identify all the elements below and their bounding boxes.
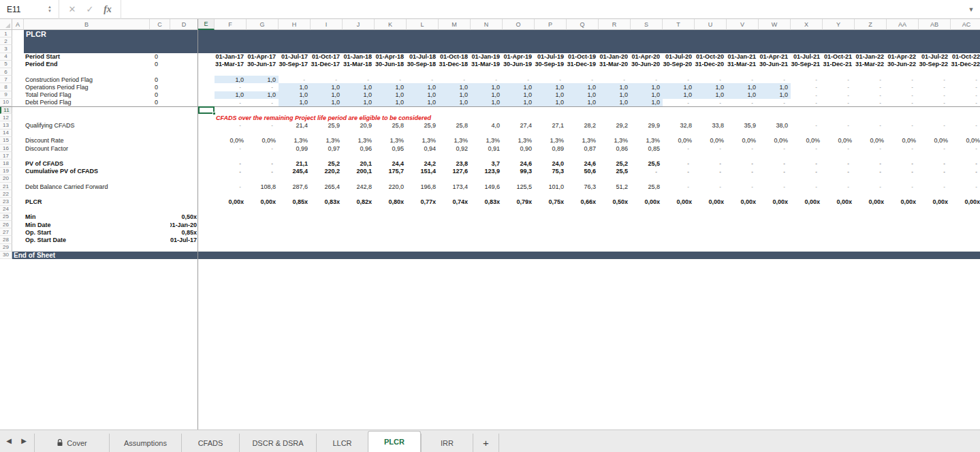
column-header-O[interactable]: O xyxy=(503,19,535,30)
grid-cell[interactable] xyxy=(170,137,198,145)
row-header-2[interactable]: 2 xyxy=(0,37,12,45)
grid-cell[interactable]: 25,8 xyxy=(439,121,471,129)
grid-cell[interactable]: 31-Dec-20 xyxy=(695,61,727,68)
grid-cell[interactable]: - xyxy=(823,145,855,152)
grid-cell[interactable]: 24,6 xyxy=(567,160,599,167)
grid-cell[interactable]: 31-Mar-21 xyxy=(727,61,759,68)
grid-cell[interactable] xyxy=(150,198,170,205)
grid-cell[interactable] xyxy=(150,213,170,221)
grid-cell[interactable] xyxy=(170,76,198,83)
grid-cell[interactable]: - xyxy=(695,160,727,167)
grid-cell[interactable]: 31-Mar-19 xyxy=(471,61,503,68)
grid-cell[interactable]: 38,0 xyxy=(759,121,791,129)
grid-cell[interactable]: 35,9 xyxy=(727,121,759,129)
grid-cell[interactable]: 01-Jan-20 xyxy=(170,221,198,228)
row-label[interactable] xyxy=(24,244,150,252)
grid-cell[interactable]: 31-Dec-17 xyxy=(311,61,343,68)
row-label[interactable]: PV of CFADS xyxy=(24,160,150,167)
grid-cell[interactable] xyxy=(198,183,215,190)
grid-cell[interactable]: 1,0 xyxy=(215,91,247,99)
grid-cell[interactable]: 0,85x xyxy=(279,198,311,205)
grid-cell[interactable] xyxy=(150,168,170,175)
grid-cell[interactable]: 220,0 xyxy=(375,183,407,190)
grid-cell[interactable]: 30-Jun-20 xyxy=(631,61,663,68)
grid-cell[interactable]: 0 xyxy=(150,53,170,61)
grid-cell[interactable]: 99,3 xyxy=(503,168,535,175)
grid-cell[interactable]: - xyxy=(247,160,279,167)
column-header-AB[interactable]: AB xyxy=(919,19,951,30)
grid-cell[interactable]: - xyxy=(215,160,247,167)
grid-cell[interactable]: - xyxy=(247,99,279,106)
function-icon[interactable]: fx xyxy=(99,1,116,18)
tab-dscr-dsra[interactable]: DSCR & DSRA xyxy=(239,434,316,452)
grid-cell[interactable]: - xyxy=(887,183,919,190)
grid-cell[interactable] xyxy=(198,244,215,252)
row-label[interactable]: Period End xyxy=(24,61,150,68)
row-label[interactable]: Period Start xyxy=(24,53,150,61)
grid-cell[interactable]: 1,3% xyxy=(311,137,343,145)
grid-cell[interactable] xyxy=(150,145,170,152)
row-label[interactable]: Min xyxy=(24,213,150,221)
grid-cell[interactable]: - xyxy=(855,183,887,190)
grid-cell[interactable] xyxy=(12,114,215,121)
grid-cell[interactable]: 1,0 xyxy=(503,91,535,99)
grid-cell[interactable]: 0,00x xyxy=(823,198,855,205)
grid-cell[interactable]: 127,6 xyxy=(439,168,471,175)
grid-cell[interactable]: 0,80x xyxy=(375,198,407,205)
formula-bar-expand-icon[interactable]: ▼ xyxy=(962,6,980,13)
grid-cell[interactable]: - xyxy=(695,76,727,83)
row-label[interactable]: Discount Factor xyxy=(24,145,150,152)
tab-cfads[interactable]: CFADS xyxy=(181,434,239,452)
grid-cell[interactable]: 01-Jul-22 xyxy=(919,53,951,61)
grid-cell[interactable]: 1,0 xyxy=(503,99,535,106)
column-header-Q[interactable]: Q xyxy=(567,19,599,30)
grid-cell[interactable]: 220,2 xyxy=(311,168,343,175)
grid-cell[interactable]: 31-Mar-20 xyxy=(599,61,631,68)
grid-cell[interactable]: 01-Apr-19 xyxy=(503,53,535,61)
grid-cell[interactable]: 1,0 xyxy=(247,76,279,83)
grid-cell[interactable] xyxy=(12,160,24,167)
grid-cell[interactable] xyxy=(170,145,198,152)
grid-cell[interactable]: - xyxy=(887,168,919,175)
column-header-I[interactable]: I xyxy=(311,19,343,30)
grid-cell[interactable]: 0,0% xyxy=(919,137,951,145)
grid-cell[interactable]: - xyxy=(791,121,823,129)
grid-cell[interactable] xyxy=(12,190,24,198)
grid-cell[interactable] xyxy=(12,221,24,228)
grid-cell[interactable]: 0,0% xyxy=(663,137,695,145)
grid-cell[interactable]: 1,0 xyxy=(535,91,567,99)
tabs-scroll-right-icon[interactable]: ▶ xyxy=(19,437,29,445)
grid-cell[interactable]: 76,3 xyxy=(567,183,599,190)
grid-cell[interactable]: - xyxy=(823,168,855,175)
grid-cell[interactable]: 1,0 xyxy=(567,99,599,106)
grid-cell[interactable]: 25,8 xyxy=(375,121,407,129)
grid-cell[interactable]: 24,0 xyxy=(535,160,567,167)
grid-cell[interactable]: 23,8 xyxy=(439,160,471,167)
grid-cell[interactable] xyxy=(12,45,24,52)
row-header-20[interactable]: 20 xyxy=(0,175,12,183)
grid-cell[interactable] xyxy=(198,68,215,76)
grid-cell[interactable]: 200,1 xyxy=(343,168,375,175)
grid-cell[interactable]: 1,0 xyxy=(759,83,791,91)
grid-cell[interactable]: 0,83x xyxy=(311,198,343,205)
grid-cell[interactable] xyxy=(150,228,170,236)
row-header-3[interactable]: 3 xyxy=(0,45,12,52)
column-header-AA[interactable]: AA xyxy=(887,19,919,30)
grid-cell[interactable]: 01-Apr-20 xyxy=(631,53,663,61)
row-header-10[interactable]: 10 xyxy=(0,99,12,106)
grid-cell[interactable]: - xyxy=(407,76,439,83)
column-header-A[interactable]: A xyxy=(12,19,24,30)
grid-cell[interactable]: 01-Jul-21 xyxy=(791,53,823,61)
grid-cell[interactable]: - xyxy=(375,76,407,83)
grid-cell[interactable]: - xyxy=(343,76,375,83)
grid-cell[interactable]: - xyxy=(759,99,791,106)
grid-cell[interactable]: 25,2 xyxy=(599,160,631,167)
grid-cell[interactable] xyxy=(12,244,24,252)
grid-cell[interactable]: 1,0 xyxy=(311,91,343,99)
grid-cell[interactable]: 1,3% xyxy=(279,137,311,145)
grid-cell[interactable] xyxy=(170,168,198,175)
grid-cell[interactable]: - xyxy=(951,83,980,91)
grid-cell[interactable]: 1,0 xyxy=(695,91,727,99)
grid-cell[interactable]: 0,0% xyxy=(215,137,247,145)
column-header-G[interactable]: G xyxy=(247,19,279,30)
